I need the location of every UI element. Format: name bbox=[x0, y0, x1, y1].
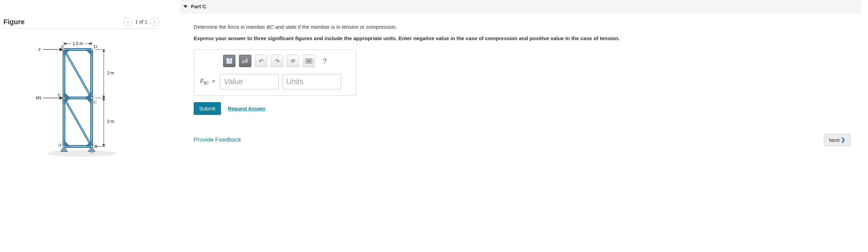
instructions-text: Express your answer to three significant… bbox=[194, 35, 747, 41]
svg-text:B: B bbox=[94, 144, 97, 149]
svg-text:A: A bbox=[58, 142, 61, 147]
svg-text:F: F bbox=[57, 92, 61, 98]
help-button[interactable]: ? bbox=[318, 55, 331, 67]
answer-variable-label: FBC = bbox=[199, 78, 216, 85]
svg-text:D: D bbox=[93, 44, 97, 49]
svg-text:2 m: 2 m bbox=[107, 119, 114, 124]
svg-rect-78 bbox=[307, 62, 311, 62]
svg-rect-68 bbox=[306, 60, 307, 60]
svg-rect-75 bbox=[308, 61, 309, 61]
svg-text:E: E bbox=[61, 44, 64, 49]
svg-point-0 bbox=[47, 150, 116, 157]
figure-pager: ‹ 1 of 1 › bbox=[123, 17, 159, 26]
templates-button[interactable]: □ bbox=[223, 55, 236, 67]
svg-rect-72 bbox=[311, 60, 311, 60]
redo-button[interactable]: ↷ bbox=[271, 55, 283, 67]
request-answer-link[interactable]: Request Answer bbox=[228, 106, 266, 111]
figure-title: Figure bbox=[3, 18, 25, 26]
svg-rect-62 bbox=[227, 58, 229, 61]
chevron-left-icon: ‹ bbox=[127, 19, 129, 25]
svg-rect-73 bbox=[306, 61, 307, 61]
svg-line-17 bbox=[64, 98, 92, 146]
prompt-text: Determine the force in member BC and sta… bbox=[194, 24, 854, 30]
help-icon: ? bbox=[323, 57, 326, 65]
caret-down-icon bbox=[183, 5, 187, 8]
value-input[interactable] bbox=[220, 74, 279, 89]
fraction-template-icon: □ bbox=[226, 57, 233, 64]
part-title: Part C bbox=[191, 3, 206, 9]
svg-rect-76 bbox=[310, 61, 310, 61]
svg-point-28 bbox=[63, 97, 65, 99]
svg-text:2 m: 2 m bbox=[107, 71, 114, 75]
svg-text:C: C bbox=[94, 99, 97, 105]
svg-point-31 bbox=[91, 145, 93, 147]
next-button[interactable]: Next ❯ bbox=[824, 134, 851, 146]
symbols-icon: μÅ bbox=[242, 58, 248, 64]
svg-text:F: F bbox=[38, 47, 41, 52]
svg-rect-71 bbox=[310, 60, 310, 60]
svg-marker-37 bbox=[90, 43, 92, 45]
svg-text:□: □ bbox=[230, 58, 232, 61]
chevron-right-icon: ❯ bbox=[841, 137, 846, 143]
reset-icon: ⟳ bbox=[291, 58, 295, 64]
figure-next-button[interactable]: › bbox=[150, 17, 159, 26]
divider bbox=[3, 28, 159, 29]
symbols-button[interactable]: μÅ bbox=[239, 55, 251, 67]
undo-button[interactable]: ↶ bbox=[255, 55, 267, 67]
part-header[interactable]: Part C bbox=[180, 0, 861, 14]
svg-rect-64 bbox=[227, 61, 232, 64]
svg-marker-44 bbox=[103, 50, 105, 52]
undo-icon: ↶ bbox=[259, 58, 264, 64]
keyboard-button[interactable] bbox=[303, 55, 315, 67]
figure-diagram: 1.5 m 2 m 2 m bbox=[3, 36, 159, 160]
svg-rect-65 bbox=[227, 61, 232, 61]
answer-box: □ μÅ ↶ ↷ ⟳ bbox=[194, 50, 356, 96]
reset-button[interactable]: ⟳ bbox=[287, 55, 299, 67]
submit-button[interactable]: Submit bbox=[194, 102, 221, 115]
figure-prev-button[interactable]: ‹ bbox=[123, 17, 132, 26]
svg-point-29 bbox=[91, 97, 93, 99]
chevron-right-icon: › bbox=[154, 19, 156, 25]
svg-point-3 bbox=[91, 151, 93, 153]
svg-point-27 bbox=[91, 48, 93, 51]
svg-point-30 bbox=[63, 145, 65, 147]
svg-marker-47 bbox=[103, 144, 105, 146]
keyboard-icon bbox=[305, 58, 312, 63]
svg-rect-77 bbox=[311, 61, 311, 61]
svg-marker-46 bbox=[103, 98, 105, 100]
figure-pager-text: 1 of 1 bbox=[135, 19, 147, 25]
provide-feedback-link[interactable]: Provide Feedback bbox=[194, 136, 241, 143]
svg-rect-69 bbox=[307, 60, 308, 60]
svg-text:1.5 m: 1.5 m bbox=[73, 41, 83, 46]
svg-text:8 kN: 8 kN bbox=[36, 96, 41, 100]
svg-marker-36 bbox=[64, 43, 66, 45]
svg-line-16 bbox=[64, 50, 92, 98]
svg-rect-74 bbox=[307, 61, 308, 61]
redo-icon: ↷ bbox=[275, 58, 279, 64]
svg-rect-70 bbox=[308, 60, 309, 60]
next-button-label: Next bbox=[829, 137, 840, 143]
units-input[interactable] bbox=[282, 74, 341, 89]
